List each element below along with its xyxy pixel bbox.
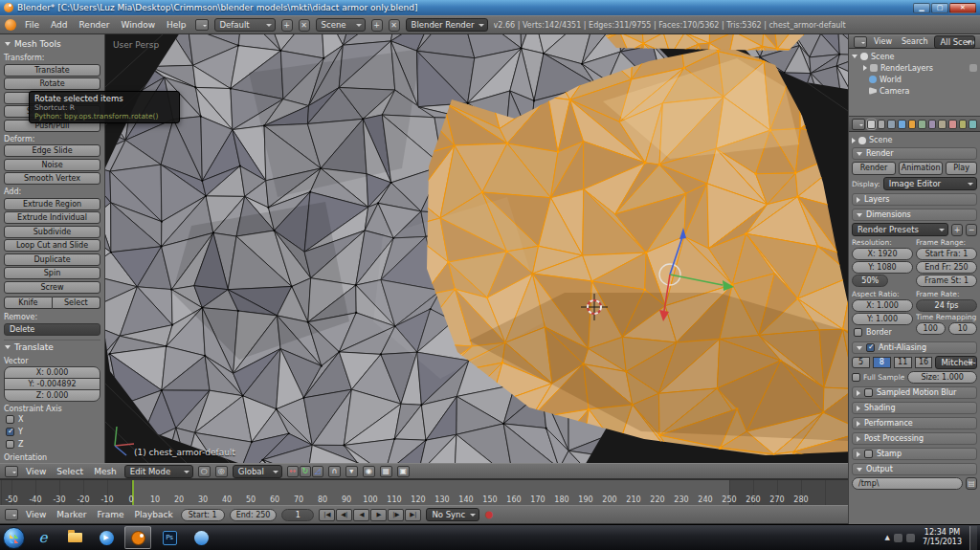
timeline-menu-playback[interactable]: Playback	[132, 510, 176, 519]
proportional-edit-icon[interactable]: ◉	[363, 466, 375, 477]
mode-select[interactable]: Edit Mode	[124, 465, 193, 478]
maximize-button[interactable]: ▢	[931, 3, 948, 13]
sampled-motion-blur-panel-header[interactable]: Sampled Motion Blur	[852, 386, 977, 399]
browse-folder-icon[interactable]: ▤	[966, 477, 977, 490]
remove-scene-button[interactable]: ✕	[389, 19, 400, 32]
timeline-menu-view[interactable]: View	[23, 510, 49, 519]
remove-preset-button[interactable]: −	[966, 224, 977, 236]
spin-button[interactable]: Spin	[4, 267, 100, 279]
render-panel-header[interactable]: Render	[852, 147, 977, 160]
constraint-x-row[interactable]: X	[6, 414, 100, 426]
taskbar-ie-icon[interactable]: e	[30, 526, 56, 549]
snap-element-icon[interactable]: ▾	[345, 466, 358, 477]
vector-y-field[interactable]: Y: -0.004892	[4, 378, 100, 390]
outliner-menu-view[interactable]: View	[871, 37, 895, 46]
sync-mode-select[interactable]: No Sync	[426, 508, 479, 521]
output-panel-header[interactable]: Output	[852, 463, 977, 475]
aa-size-field[interactable]: Size: 1.000	[907, 371, 977, 384]
constraint-z-row[interactable]: Z	[6, 439, 100, 451]
tab-constraints-icon[interactable]	[918, 120, 926, 129]
jump-to-start-button[interactable]: |◀	[319, 509, 335, 521]
taskbar-photoshop-icon[interactable]: Ps	[156, 526, 183, 549]
render-image-button[interactable]: Render	[852, 162, 896, 175]
constraint-z-checkbox[interactable]	[6, 440, 14, 449]
constraint-x-checkbox[interactable]	[6, 415, 14, 424]
taskbar-clock[interactable]: 12:34 PM 7/15/2013	[919, 528, 966, 547]
play-button[interactable]: ▶	[370, 509, 387, 521]
view3d-menu-view[interactable]: View	[23, 467, 49, 476]
jump-to-end-button[interactable]: ▶|	[405, 509, 421, 521]
extrude-individual-button[interactable]: Extrude Individual	[4, 211, 100, 224]
aa-samples-11-button[interactable]: 11	[894, 357, 912, 368]
anti-aliasing-checkbox[interactable]	[866, 343, 875, 352]
render-engine-select[interactable]: Blender Render	[406, 18, 488, 32]
performance-panel-header[interactable]: Performance	[852, 417, 977, 429]
start-button[interactable]	[3, 527, 25, 549]
outliner-editor-type-icon[interactable]	[854, 36, 867, 48]
menu-render[interactable]: Render	[77, 20, 113, 30]
add-layout-button[interactable]: +	[281, 19, 293, 32]
tab-object-icon[interactable]	[908, 120, 917, 129]
outliner-menu-search[interactable]: Search	[899, 37, 930, 46]
subdivide-button[interactable]: Subdivide	[4, 226, 100, 238]
view3d-menu-mesh[interactable]: Mesh	[91, 467, 120, 476]
view3d-editor-type-icon[interactable]	[5, 466, 18, 477]
screen-layout-icon[interactable]	[195, 19, 209, 31]
shading-panel-header[interactable]: Shading	[852, 402, 977, 414]
minimize-button[interactable]: ▁	[913, 3, 930, 13]
tab-scene-icon[interactable]	[878, 120, 886, 129]
current-frame-field[interactable]: 1	[281, 509, 314, 521]
remap-old-field[interactable]: 100	[916, 322, 946, 335]
scene-select[interactable]: Scene	[316, 18, 366, 32]
aa-samples-5-button[interactable]: 5	[852, 357, 870, 368]
delete-menu[interactable]: Delete	[4, 323, 100, 336]
render-opengl-icon[interactable]: ▣	[397, 466, 410, 477]
layers-panel-header[interactable]: Layers	[852, 193, 977, 206]
pivot-point-icon[interactable]: ◎	[215, 466, 228, 477]
post-processing-panel-header[interactable]: Post Processing	[852, 432, 977, 445]
timeline-start-field[interactable]: Start: 1	[181, 509, 225, 521]
next-keyframe-button[interactable]: |▶	[388, 509, 404, 521]
viewport-3d[interactable]: User Persp (1) chest_armor-default	[105, 34, 848, 463]
manipulator-translate-icon[interactable]: ↔	[287, 466, 299, 477]
view3d-menu-select[interactable]: Select	[54, 467, 86, 476]
remap-new-field[interactable]: 10	[948, 322, 978, 335]
prev-keyframe-button[interactable]: ◀|	[336, 509, 352, 521]
screen-layout-select[interactable]: Default	[214, 18, 276, 32]
properties-editor-type-icon[interactable]	[852, 119, 865, 130]
outliner-item-renderlayers[interactable]: RenderLayers	[852, 62, 977, 74]
add-preset-button[interactable]: +	[951, 224, 963, 236]
taskbar-explorer-icon[interactable]	[61, 526, 88, 549]
dimensions-panel-header[interactable]: Dimensions	[852, 209, 977, 221]
extrude-region-button[interactable]: Extrude Region	[4, 198, 100, 210]
smooth-vertex-button[interactable]: Smooth Vertex	[4, 172, 100, 185]
tray-volume-icon[interactable]	[906, 534, 915, 542]
translate-panel-header[interactable]: Translate	[4, 340, 100, 354]
expand-icon[interactable]	[852, 55, 858, 58]
resolution-percentage-toggle[interactable]: 50%	[852, 275, 888, 287]
render-animation-button[interactable]: Animation	[899, 162, 943, 175]
show-hidden-icons-button[interactable]: ▲	[885, 534, 890, 541]
timeline-ruler[interactable]: -50-40-30-20-100102030405060708090100110…	[0, 479, 848, 505]
vector-z-field[interactable]: Z: 0.000	[4, 389, 100, 402]
aa-filter-select[interactable]: Mitchell-Netr	[935, 356, 977, 369]
tab-render-icon[interactable]	[867, 120, 876, 129]
play-reverse-button[interactable]: ◀	[353, 509, 369, 521]
close-button[interactable]: ✕	[949, 3, 976, 13]
duplicate-button[interactable]: Duplicate	[4, 253, 100, 266]
viewport-shading-icon[interactable]: ○	[198, 466, 211, 477]
render-play-button[interactable]: Play	[946, 162, 977, 175]
resolution-x-field[interactable]: X: 1920	[852, 248, 913, 260]
tab-render-layers-icon[interactable]	[887, 120, 896, 129]
noise-button[interactable]: Noise	[4, 159, 100, 171]
border-checkbox[interactable]	[854, 328, 862, 337]
add-scene-button[interactable]: +	[371, 19, 383, 32]
stamp-panel-header[interactable]: Stamp	[852, 448, 977, 460]
aspect-x-field[interactable]: X: 1.000	[852, 299, 913, 312]
aspect-y-field[interactable]: Y: 1.000	[852, 313, 913, 325]
translate-button[interactable]: Translate	[4, 64, 100, 77]
constraint-y-checkbox[interactable]	[6, 428, 14, 436]
timeline-end-field[interactable]: End: 250	[230, 509, 278, 521]
occlude-geometry-icon[interactable]: ▦	[380, 466, 392, 477]
frame-step-field[interactable]: Frame St: 1	[916, 275, 977, 287]
